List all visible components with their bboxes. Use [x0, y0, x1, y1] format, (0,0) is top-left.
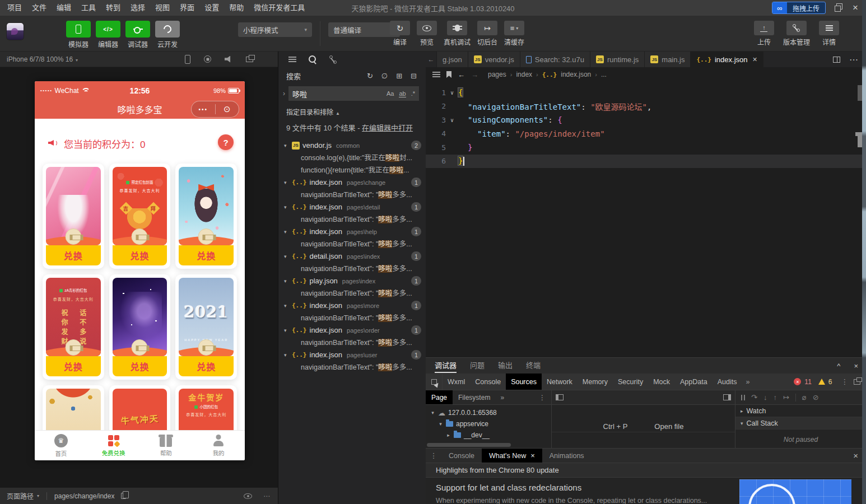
step-into-icon[interactable]: ↓	[763, 393, 767, 402]
undock-icon[interactable]	[854, 379, 860, 385]
search-result-match[interactable]: navigationBarTitleText": "哆啦多多...	[278, 213, 426, 226]
upload-button[interactable]: ↑上传	[754, 21, 774, 46]
redeem-button[interactable]: 兑换	[179, 356, 234, 376]
whole-word-toggle[interactable]: ab	[399, 90, 406, 97]
editor-tab[interactable]: JSvendor.js	[468, 52, 520, 67]
more-icon[interactable]: ⋯	[263, 492, 270, 500]
search-result-file[interactable]: ▾{..}play.jsonpages\index1	[278, 275, 426, 287]
debugger-tab[interactable]: 终端	[526, 358, 541, 374]
drawer-tab[interactable]: What's New×	[482, 449, 542, 463]
card-image[interactable]: zA青衫的红包恭喜发财，大吉大利祝你发财话不多说	[46, 278, 101, 356]
drag-upload-badge[interactable]: ∞ 拖拽上传	[772, 2, 826, 14]
menu-item[interactable]: 帮助	[224, 0, 249, 16]
outline-icon[interactable]	[432, 71, 440, 78]
rotate-device-icon[interactable]	[185, 55, 190, 64]
redeem-button[interactable]: 兑换	[179, 245, 234, 265]
clear-results-icon[interactable]: ∅	[381, 72, 388, 80]
search-input[interactable]	[292, 90, 348, 98]
inspect-element-button[interactable]	[426, 374, 443, 390]
drawer-tab[interactable]: Console	[441, 449, 482, 463]
pause-on-exceptions-icon[interactable]: ⊘	[813, 393, 819, 402]
debugger-tab[interactable]: 问题	[470, 358, 485, 374]
toggle-simulator-button[interactable]: 模拟器	[66, 21, 91, 49]
card-image[interactable]	[46, 167, 101, 245]
window-close-button[interactable]: ×	[850, 1, 860, 15]
drawer-tab[interactable]: Animations	[542, 449, 592, 463]
devtools-tab-network[interactable]: Network	[542, 374, 578, 390]
search-result-match[interactable]: navigationBarTitleText": "哆啦多多...	[278, 312, 426, 324]
code-line[interactable]: 3∨"usingComponents": {	[426, 113, 866, 127]
open-file-hint-label[interactable]: Open file	[654, 422, 683, 431]
breadcrumb-item[interactable]: pages	[488, 71, 506, 78]
search-result-match[interactable]: navigationBarTitleText": "哆啦多多...	[278, 263, 426, 275]
warning-count[interactable]: 6	[828, 378, 832, 386]
debugger-tab[interactable]: 调试器	[435, 358, 457, 374]
card-image[interactable]: 2021HAPPY NEW YEAR	[179, 278, 234, 356]
compile-mode-select[interactable]: 普通编译 ▾	[328, 22, 400, 37]
card-image[interactable]	[113, 278, 167, 356]
menu-item[interactable]: 界面	[175, 0, 199, 16]
bookmark-icon[interactable]	[446, 71, 451, 78]
callstack-section[interactable]: ▾ Call Stack	[735, 417, 866, 430]
refresh-button[interactable]: ↻编译	[390, 21, 410, 46]
editor-tab[interactable]: JSruntime.js	[590, 52, 645, 67]
bug-button[interactable]: 真机调试	[444, 21, 471, 46]
pane-menu-icon[interactable]: ⋮	[539, 394, 551, 402]
menu-item[interactable]: 编辑	[52, 0, 76, 16]
project-avatar[interactable]	[7, 23, 24, 40]
sources-tab-page[interactable]: Page	[426, 390, 453, 404]
search-result-match[interactable]: navigationBarTitleText": "哆啦多多...	[278, 287, 426, 300]
window-restore-button[interactable]	[835, 4, 841, 11]
search-result-match[interactable]: function(){return{title:"我正在哆啦...	[278, 164, 426, 176]
deactivate-breakpoints-icon[interactable]: ⌀	[802, 393, 807, 402]
eye-icon[interactable]	[244, 493, 252, 499]
search-result-match[interactable]: navigationBarTitleText": "哆啦多多...	[278, 189, 426, 201]
tree-item[interactable]: ▾☁127.0.0.1:65368	[426, 407, 551, 418]
more-tabs-icon[interactable]: »	[500, 394, 504, 402]
tab-overflow-back-icon[interactable]: ←	[426, 52, 437, 67]
code-line[interactable]: 2 "navigationBarTitleText": "欧皇源码论坛",	[426, 100, 866, 114]
search-result-match[interactable]: navigationBarTitleText": "哆啦多多...	[278, 238, 426, 250]
expand-replace-icon[interactable]: ›	[280, 90, 288, 97]
open-in-editor-link[interactable]: 在编辑器中打开	[362, 124, 413, 132]
tree-item[interactable]: ▾appservice	[426, 418, 551, 430]
step-icon[interactable]: ↦	[783, 393, 789, 402]
tabbar-item-grid[interactable]: 免费兑换	[87, 431, 140, 460]
devtools-tab-mock[interactable]: Mock	[648, 374, 675, 390]
eye-button[interactable]: 预览	[417, 21, 437, 46]
fold-arrow-icon[interactable]: ∨	[446, 90, 458, 96]
redeem-button[interactable]: 兑换	[46, 245, 101, 265]
menu-item[interactable]: 文件	[27, 0, 52, 16]
details-button[interactable]: 详情	[819, 21, 839, 46]
menu-item[interactable]: 工具	[76, 0, 101, 16]
search-result-file[interactable]: ▾JSvendor.jscommon2	[278, 139, 426, 152]
devtools-menu-icon[interactable]: ⋮	[837, 377, 853, 386]
git-icon[interactable]	[329, 55, 337, 64]
toggle-inspector-button[interactable]: 调试器	[125, 21, 150, 49]
layers-button[interactable]: ≡▾清缓存	[504, 21, 524, 46]
nav-back-icon[interactable]: ←	[458, 71, 465, 79]
more-actions-icon[interactable]: ⋯	[849, 54, 858, 65]
nav-forward-icon[interactable]: →	[471, 71, 478, 79]
regex-toggle[interactable]: .*	[411, 90, 415, 97]
watch-section[interactable]: ▸ Watch	[735, 405, 866, 417]
search-result-file[interactable]: ▾{..}index.jsonpages\change1	[278, 176, 426, 189]
horizontal-scrollbar[interactable]	[427, 443, 511, 447]
branch-button[interactable]: 版本管理	[783, 21, 810, 46]
menu-item[interactable]: 选择	[125, 0, 150, 16]
search-result-file[interactable]: ▾{..}index.jsonpages\order1	[278, 324, 426, 337]
record-icon[interactable]	[204, 55, 211, 63]
pause-icon[interactable]	[741, 395, 745, 400]
open-in-editor-icon[interactable]: ⊞	[396, 72, 402, 80]
search-result-match[interactable]: console.log(e),{title:"我正在哆啦封...	[278, 152, 426, 164]
redeem-button[interactable]: 兑换	[46, 356, 101, 376]
tree-item[interactable]: ▸__dev__	[426, 430, 551, 441]
menu-item[interactable]: 项目	[2, 0, 27, 16]
debugger-tab[interactable]: 输出	[498, 358, 513, 374]
devtools-tab-appdata[interactable]: AppData	[675, 374, 713, 390]
editor-tab[interactable]: Search: 32.u7u	[520, 52, 590, 67]
more-menu-button[interactable]: •••	[192, 106, 215, 113]
devtools-tab-security[interactable]: Security	[613, 374, 648, 390]
code-line[interactable]: 5 }	[426, 141, 866, 155]
close-tab-icon[interactable]: ×	[530, 451, 535, 460]
